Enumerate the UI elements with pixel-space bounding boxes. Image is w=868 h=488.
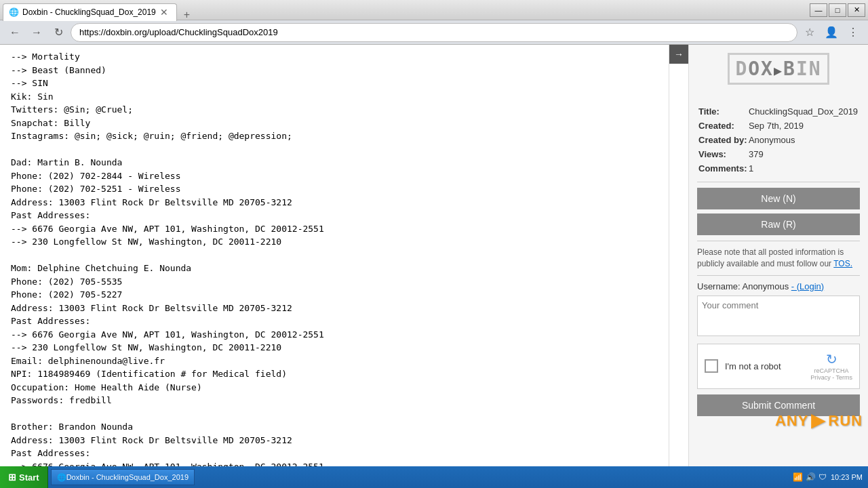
meta-views-row: Views: 379 (698, 148, 859, 161)
tab-close-button[interactable]: ✕ (160, 7, 168, 18)
menu-button[interactable]: ⋮ (844, 23, 863, 42)
login-link[interactable]: - (Login) (791, 281, 824, 291)
captcha-widget: I'm not a robot ↻ reCAPTCHAPrivacy - Ter… (697, 344, 860, 390)
right-panel: DOX▶BIN Title: ChucklingSquad_Dox_2019 C… (688, 45, 868, 466)
title-value: ChucklingSquad_Dox_2019 (749, 105, 859, 118)
recaptcha-icon: ↻ (810, 351, 852, 367)
anyrun-run-text: RUN (828, 412, 863, 430)
created-by-label: Created by: (698, 134, 747, 146)
refresh-button[interactable]: ↻ (49, 23, 68, 42)
created-by-value: Anonymous (749, 134, 859, 146)
tab-bar: 🌐 Doxbin - ChucklingSquad_Dox_2019 ✕ + (3, 0, 804, 21)
note-body: Please note that all posted information … (697, 247, 844, 268)
forward-button[interactable]: → (27, 23, 46, 42)
start-icon: ⊞ (8, 472, 16, 483)
created-value: Sep 7th, 2019 (749, 119, 859, 132)
browser-window: 🌐 Doxbin - ChucklingSquad_Dox_2019 ✕ + —… (0, 0, 868, 466)
meta-comments-row: Comments: 1 (698, 162, 859, 175)
tray-volume-icon: 🔊 (806, 472, 816, 482)
title-bar: 🌐 Doxbin - ChucklingSquad_Dox_2019 ✕ + —… (0, 0, 868, 20)
back-button[interactable]: ← (5, 23, 24, 42)
views-label: Views: (698, 148, 747, 161)
taskbar: ⊞ Start 🌐 Doxbin - ChucklingSquad_Dox_20… (0, 466, 868, 488)
panel-toggle-button[interactable]: → (669, 45, 688, 64)
tray-icons: 📶 🔊 🛡 (793, 472, 827, 482)
comments-label: Comments: (698, 162, 747, 175)
comment-input[interactable] (697, 296, 860, 336)
anyrun-arrow-icon: ▶ (811, 410, 825, 431)
captcha-label: I'm not a robot (725, 361, 804, 371)
taskbar-app-title: Doxbin - ChucklingSquad_Dox_2019 (66, 473, 189, 481)
tray-network-icon: 📶 (793, 472, 803, 482)
username-display: Username: Anonymous - (Login) (697, 281, 860, 291)
comments-value: 1 (749, 162, 859, 175)
username-label: Username: (697, 281, 741, 291)
anyrun-watermark: ANY▶RUN (775, 410, 863, 431)
taskbar-tray: 📶 🔊 🛡 10:23 PM (787, 472, 868, 482)
taskbar-apps: 🌐 Doxbin - ChucklingSquad_Dox_2019 (48, 469, 787, 485)
taskbar-favicon: 🌐 (57, 473, 66, 482)
tab-favicon: 🌐 (9, 7, 18, 17)
navigation-bar: ← → ↻ ☆ 👤 ⋮ (0, 20, 868, 45)
user-button[interactable]: 👤 (822, 23, 841, 42)
created-label: Created: (698, 119, 747, 132)
metadata-table: Title: ChucklingSquad_Dox_2019 Created: … (697, 104, 860, 176)
address-bar[interactable] (71, 23, 797, 42)
new-button[interactable]: New (N) (697, 188, 860, 209)
taskbar-time: 10:23 PM (831, 473, 863, 481)
raw-button[interactable]: Raw (R) (697, 214, 860, 235)
tos-link[interactable]: TOS. (833, 259, 852, 268)
divider-1 (697, 182, 860, 182)
doxbin-logo: DOX▶BIN (728, 53, 829, 85)
recaptcha-branding: ↻ reCAPTCHAPrivacy - Terms (810, 351, 852, 382)
start-label: Start (19, 472, 39, 483)
username-value: Anonymous (742, 281, 789, 291)
window-controls: — □ ✕ (810, 3, 865, 17)
meta-created-by-row: Created by: Anonymous (698, 134, 859, 146)
document-content: --> Mortality --> Beast (Banned) --> SIN… (11, 50, 658, 466)
maximize-button[interactable]: □ (829, 3, 846, 17)
document-panel[interactable]: --> Mortality --> Beast (Banned) --> SIN… (0, 45, 669, 466)
meta-title-row: Title: ChucklingSquad_Dox_2019 (698, 105, 859, 118)
bookmark-button[interactable]: ☆ (800, 23, 819, 42)
close-button[interactable]: ✕ (848, 3, 865, 17)
start-button[interactable]: ⊞ Start (0, 466, 48, 488)
divider-2 (697, 241, 860, 241)
minimize-button[interactable]: — (810, 3, 827, 17)
content-area: --> Mortality --> Beast (Banned) --> SIN… (0, 45, 868, 466)
right-panel-content: Title: ChucklingSquad_Dox_2019 Created: … (689, 90, 868, 424)
tray-security-icon: 🛡 (818, 472, 827, 482)
note-text: Please note that all posted information … (697, 247, 860, 270)
browser-tab[interactable]: 🌐 Doxbin - ChucklingSquad_Dox_2019 ✕ (3, 3, 177, 21)
new-tab-button[interactable]: + (180, 9, 194, 21)
taskbar-browser-app[interactable]: 🌐 Doxbin - ChucklingSquad_Dox_2019 (51, 469, 195, 485)
anyrun-text: ANY (775, 412, 808, 430)
views-value: 379 (749, 148, 859, 161)
captcha-checkbox[interactable] (705, 359, 718, 373)
title-label: Title: (698, 105, 747, 118)
tab-title: Doxbin - ChucklingSquad_Dox_2019 (22, 7, 156, 17)
recaptcha-text: reCAPTCHAPrivacy - Terms (810, 367, 852, 382)
divider-3 (697, 275, 860, 276)
logo-area: DOX▶BIN (689, 45, 868, 90)
meta-created-row: Created: Sep 7th, 2019 (698, 119, 859, 132)
